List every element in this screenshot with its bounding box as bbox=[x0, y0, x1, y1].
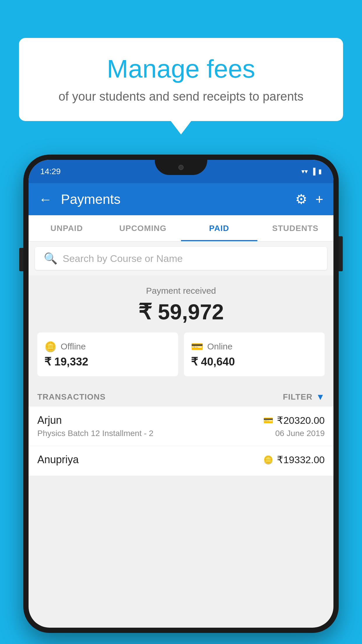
status-icons: ▾▾ ▐ ▮ bbox=[301, 168, 322, 175]
speech-bubble: Manage fees of your students and send re… bbox=[19, 38, 343, 121]
app-bar: ← Payments ⚙ + bbox=[29, 183, 333, 215]
tabs-bar: UNPAID UPCOMING PAID STUDENTS bbox=[29, 215, 333, 242]
offline-card: 🪙 Offline ₹ 19,332 bbox=[37, 332, 178, 376]
transaction-amount: ₹19332.00 bbox=[277, 454, 325, 466]
speech-bubble-subtitle: of your students and send receipts to pa… bbox=[36, 90, 326, 104]
payment-total-amount: ₹ 59,972 bbox=[37, 299, 325, 324]
payment-cards: 🪙 Offline ₹ 19,332 💳 Online ₹ 40,640 bbox=[37, 332, 325, 376]
back-button[interactable]: ← bbox=[39, 191, 52, 207]
offline-label: Offline bbox=[61, 342, 86, 351]
tab-students[interactable]: STUDENTS bbox=[257, 215, 334, 241]
transaction-name: Anupriya bbox=[37, 454, 79, 466]
search-box[interactable]: 🔍 Search by Course or Name bbox=[35, 247, 327, 270]
tab-unpaid[interactable]: UNPAID bbox=[29, 215, 105, 241]
filter-icon: ▼ bbox=[316, 392, 325, 402]
camera bbox=[178, 165, 184, 170]
offline-icon: 🪙 bbox=[44, 341, 57, 352]
add-icon[interactable]: + bbox=[315, 191, 323, 207]
tab-upcoming[interactable]: UPCOMING bbox=[105, 215, 181, 241]
transaction-detail: Physics Batch 12 Installment - 2 bbox=[37, 429, 153, 438]
offline-amount: ₹ 19,332 bbox=[44, 355, 171, 368]
table-row[interactable]: Arjun 💳 ₹20320.00 Physics Batch 12 Insta… bbox=[29, 407, 333, 446]
filter-area[interactable]: FILTER ▼ bbox=[283, 392, 325, 402]
online-amount: ₹ 40,640 bbox=[191, 355, 318, 368]
wifi-icon: ▾▾ bbox=[301, 168, 308, 175]
online-label: Online bbox=[207, 342, 233, 351]
transaction-list: Arjun 💳 ₹20320.00 Physics Batch 12 Insta… bbox=[29, 407, 333, 476]
search-icon: 🔍 bbox=[44, 252, 57, 265]
transaction-date: 06 June 2019 bbox=[275, 429, 325, 438]
online-icon: 💳 bbox=[191, 341, 203, 352]
search-container: 🔍 Search by Course or Name bbox=[29, 242, 333, 275]
battery-icon: ▮ bbox=[318, 168, 322, 175]
transaction-name: Arjun bbox=[37, 414, 62, 426]
signal-icon: ▐ bbox=[311, 168, 315, 175]
card-icon: 💳 bbox=[263, 416, 273, 425]
phone-outer: 14:29 ▾▾ ▐ ▮ ← Payments ⚙ + bbox=[23, 155, 339, 633]
transactions-label: TRANSACTIONS bbox=[37, 392, 106, 402]
online-card: 💳 Online ₹ 40,640 bbox=[184, 332, 325, 376]
table-row[interactable]: Anupriya 🪙 ₹19332.00 bbox=[29, 446, 333, 476]
speech-bubble-container: Manage fees of your students and send re… bbox=[19, 38, 343, 121]
transaction-amount: ₹20320.00 bbox=[277, 414, 325, 426]
search-input[interactable]: Search by Course or Name bbox=[63, 253, 183, 264]
transactions-header: TRANSACTIONS FILTER ▼ bbox=[29, 385, 333, 407]
cash-icon: 🪙 bbox=[263, 455, 273, 465]
app-bar-actions: ⚙ + bbox=[295, 191, 323, 207]
filter-label: FILTER bbox=[283, 392, 312, 402]
phone-screen: 14:29 ▾▾ ▐ ▮ ← Payments ⚙ + bbox=[29, 160, 333, 628]
tab-paid[interactable]: PAID bbox=[181, 215, 257, 241]
payment-received-label: Payment received bbox=[37, 286, 325, 296]
notch bbox=[155, 160, 207, 175]
phone-container: 14:29 ▾▾ ▐ ▮ ← Payments ⚙ + bbox=[23, 155, 339, 633]
status-time: 14:29 bbox=[40, 167, 61, 176]
status-bar: 14:29 ▾▾ ▐ ▮ bbox=[29, 160, 333, 183]
settings-icon[interactable]: ⚙ bbox=[295, 191, 307, 207]
speech-bubble-title: Manage fees bbox=[36, 54, 326, 84]
app-bar-title: Payments bbox=[61, 191, 287, 207]
payment-summary: Payment received ₹ 59,972 🪙 Offline ₹ 19… bbox=[29, 275, 333, 385]
